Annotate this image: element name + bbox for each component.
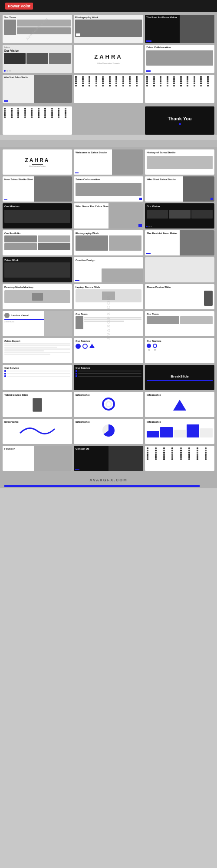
bt-tablet-slide[interactable]: Tablet Device Slide <box>3 392 72 417</box>
bt-zahra-collab[interactable]: Zahra Collaboration <box>74 176 143 202</box>
slide-best-art[interactable]: The Best Art From Maker <box>145 15 214 43</box>
bt-empty1 <box>145 257 214 282</box>
bt-our-vision[interactable]: Our Vision <box>145 203 214 229</box>
bt-history[interactable]: History of Zahra Studio <box>145 149 214 175</box>
bt-laptop-slide[interactable]: Leptop Device Slide <box>74 284 143 309</box>
bt-icons-final[interactable] <box>145 446 214 471</box>
bt-our-service-1[interactable]: Our Service <box>74 338 143 363</box>
bt-breakslide[interactable]: BreakSlide <box>145 365 214 390</box>
bottom-watermark-bar: AVAXGFX.COM <box>3 473 214 486</box>
bt-zahra-expert[interactable]: Zahra Expert <box>3 338 72 363</box>
slide-thank-you[interactable]: Thank You <box>145 106 214 135</box>
bt-infographic-4[interactable]: Infographic <box>74 419 143 444</box>
slide-zahra-main[interactable]: ZAHRA Zahra Presentation Template <box>74 45 143 73</box>
slide-our-vision[interactable]: Zahra Our Vision <box>3 45 72 73</box>
bt-our-mission[interactable]: Our Mission <box>3 203 72 229</box>
bt-our-team-1[interactable]: Our Team <box>74 311 143 336</box>
bt-founder[interactable]: Founder <box>3 446 72 471</box>
bt-our-service-2[interactable]: Our Service 01 02 <box>145 338 214 363</box>
slide-photography-work[interactable]: Photography Work <box>74 15 143 43</box>
bt-phone-slide[interactable]: Phone Device Slide <box>145 284 214 309</box>
bt-zahra-work[interactable]: Zahra Work <box>3 257 72 282</box>
app-logo: Power Point <box>5 3 33 10</box>
bt-infographic-1[interactable]: Infographic <box>74 392 143 417</box>
wave-svg <box>4 424 70 437</box>
app-header: Power Point <box>0 0 217 12</box>
bt-our-service-dark[interactable]: Our Service <box>74 365 143 390</box>
bt-best-art[interactable]: The Best Art From Maker <box>145 230 214 255</box>
bt-lamine[interactable]: Lamine Kamal Zahra Studio <box>3 311 72 336</box>
bt-our-portfolio[interactable]: Our Portfolio <box>3 230 72 255</box>
bt-how-zahra[interactable]: How Zahra Studio Start <box>3 176 72 202</box>
bt-welcome[interactable]: Welcome to Zahra Studio <box>74 149 143 175</box>
bt-our-team-2[interactable]: Our Team <box>145 311 214 336</box>
bt-zahra[interactable]: ZAHRA Zahra Presentation Template <box>3 149 72 175</box>
bt-contact-us[interactable]: Contact Us <box>74 446 143 471</box>
slide-our-team[interactable]: Our Team AVAXGFX.COM <box>3 15 72 43</box>
spacer-1 <box>74 106 143 135</box>
bt-our-service-3[interactable]: Our Service <box>3 365 72 390</box>
bt-infographic-5[interactable]: Infographic <box>145 419 214 444</box>
slide-zahra-collab[interactable]: Zahra Collaboration <box>145 45 214 73</box>
bt-infographic-3[interactable]: Infographic <box>3 419 72 444</box>
bt-desktop-mockup[interactable]: Dekstop Media Mockup <box>3 284 72 309</box>
slide-icons-1[interactable] <box>74 75 143 103</box>
slide-icons-3[interactable] <box>3 106 72 135</box>
bt-infographic-2[interactable]: Infographic <box>145 392 214 417</box>
slide-icons-2[interactable] <box>145 75 214 103</box>
bt-who-owns[interactable]: Who Owns The Zahra Now <box>74 203 143 229</box>
bt-creative-design[interactable]: Creative Design <box>74 257 143 282</box>
bt-photo-work[interactable]: Photography Work <box>74 230 143 255</box>
bt-who-start[interactable]: Who Start Zahra Studio <box>145 176 214 202</box>
slide-who-start[interactable]: Who Start Zahra Studio <box>3 75 72 103</box>
